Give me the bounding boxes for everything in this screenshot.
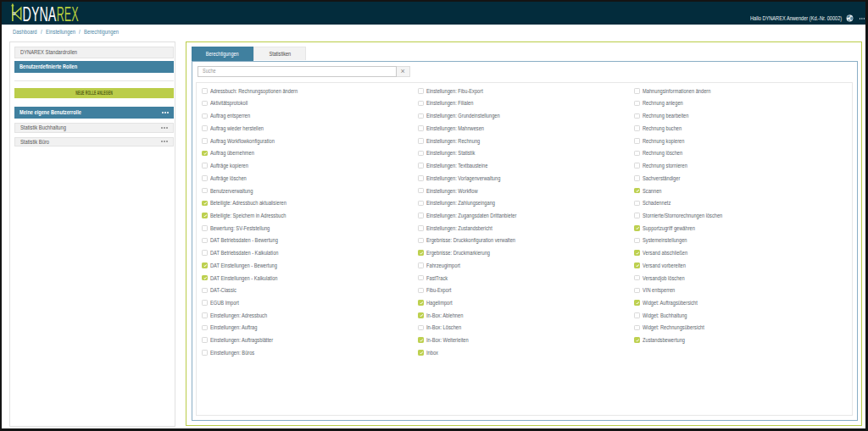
svg-text:REX: REX: [57, 3, 79, 25]
svg-text:DYNA: DYNA: [23, 3, 57, 25]
